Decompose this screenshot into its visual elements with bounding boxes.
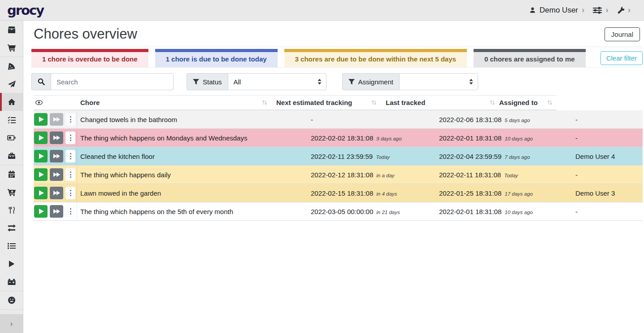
smiley-icon [8,296,16,304]
assigned-to-value: - [575,208,643,215]
table-row[interactable]: The thing which happens on the 5th of ev… [34,202,643,221]
skip-chore-button[interactable] [50,168,63,181]
sidebar-item-batteries-overview[interactable] [0,129,23,147]
grocy-logo[interactable]: grocy [7,3,44,18]
table-row[interactable]: The thing which happens on Mondays and W… [34,129,643,147]
track-chore-button[interactable] [34,187,48,199]
assigned-to-value: Demo User 3 [575,189,643,197]
fast-forward-icon [53,209,60,214]
last-tracked-relative: 5 days ago [505,118,530,123]
row-menu-button[interactable] [65,168,75,181]
status-filter-select[interactable]: All [228,73,326,90]
chore-name[interactable]: Lawn mowed in the garden [77,189,311,197]
row-actions [34,202,77,220]
row-menu-button[interactable] [65,113,75,126]
row-actions [34,166,77,184]
sidebar-item-chore-tracking[interactable] [0,255,23,273]
skip-chore-button[interactable] [50,131,63,144]
chore-name[interactable]: The thing which happens on the 5th of ev… [77,208,311,215]
table-row[interactable]: Cleaned the kitchen floor 2022-02-11 23:… [34,147,643,166]
track-chore-button[interactable] [34,150,48,162]
journal-button[interactable]: Journal [605,27,640,41]
utensils-icon [8,206,15,214]
sidebar-item-equipment[interactable] [0,147,23,165]
assignment-filter-select[interactable] [399,73,478,90]
exchange-arrows-icon [8,224,16,232]
sidebar-item-purchase[interactable] [0,183,23,201]
sidebar-item-meal-plan[interactable] [0,75,23,93]
row-menu-button[interactable] [65,187,75,199]
sidebar-item-chores-overview[interactable] [0,93,23,111]
chore-name[interactable]: The thing which happens on Mondays and W… [77,134,311,142]
table-header-next-tracking[interactable]: Next estimated tracking [271,99,381,106]
last-tracked-cell: 2022-02-01 18:31:08 10 days ago [439,134,575,142]
tasks-icon [8,116,16,123]
column-visibility-button[interactable] [34,100,77,105]
sort-icon [371,100,377,105]
sidebar-item-inventory[interactable] [0,237,23,255]
row-menu-button[interactable] [65,205,75,218]
chevron-right-icon: › [582,5,584,14]
row-actions [34,147,77,165]
next-tracking-value: 2022-02-02 18:31:08 [311,134,373,142]
sidebar-item-transfer[interactable] [0,219,23,237]
search-input[interactable] [51,73,174,90]
track-chore-button[interactable] [34,205,48,218]
last-tracked-relative: 17 days ago [505,191,533,197]
chore-name[interactable]: Cleaned the kitchen floor [77,153,311,160]
cart-plus-icon [8,188,16,196]
next-tracking-value: 2022-03-05 00:00:00 [311,208,373,215]
table-header-chore[interactable]: Chore [77,99,271,106]
table-row[interactable]: The thing which happens daily 2022-02-12… [34,166,643,184]
filter-icon [348,79,355,85]
row-actions [34,110,77,128]
last-tracked-value: 2022-02-04 23:59:59 [439,153,501,160]
status-banner-strip: 1 chore is overdue to be done1 chore is … [31,47,643,68]
table-row[interactable]: Changed towels in the bathroom - 2022-02… [34,110,643,129]
row-menu-button[interactable] [65,131,75,144]
status-banner-overdue[interactable]: 1 chore is overdue to be done [31,49,148,67]
sidebar-item-battery-tracking[interactable] [0,273,23,291]
sidebar-item-misc[interactable] [0,291,23,309]
next-tracking-cell: 2022-02-15 18:31:08 in 4 days [311,189,439,197]
sidebar-item-stock-overview[interactable] [0,21,23,39]
user-menu[interactable]: Demo User › [528,4,585,17]
sidebar-item-recipes[interactable] [0,57,23,75]
sidebar-item-shopping-list[interactable] [0,39,23,57]
next-tracking-relative: Today [376,154,390,160]
chore-name[interactable]: The thing which happens daily [77,171,311,179]
track-chore-button[interactable] [34,113,48,126]
filter-icon [193,79,199,85]
list-icon [8,243,16,249]
skip-chore-button[interactable] [50,150,63,162]
row-menu-button[interactable] [65,150,75,162]
master-data-menu[interactable]: › [592,4,609,16]
play-icon [39,209,44,214]
skip-chore-button[interactable] [50,205,63,218]
last-tracked-cell: 2022-01-25 18:31:08 17 days ago [439,189,575,197]
track-chore-button[interactable] [34,168,48,181]
status-banner-assigned[interactable]: 0 chores are assigned to me [474,49,586,67]
settings-menu[interactable]: › [616,4,631,16]
battery-icon [7,135,16,140]
assignment-filter-addon: Assignment [342,73,399,90]
next-tracking-value: 2022-02-11 23:59:59 [311,153,373,160]
track-chore-button[interactable] [34,131,48,144]
sidebar-item-calendar[interactable] [0,165,23,183]
sort-icon [262,100,267,105]
clear-filter-button[interactable]: Clear filter [600,51,643,65]
next-tracking-cell: - [311,116,439,123]
status-banner-today[interactable]: 1 chore is due to be done today [155,49,278,67]
sidebar-item-consume[interactable] [0,201,23,219]
chore-name[interactable]: Changed towels in the bathroom [77,116,311,123]
table-header-assigned-to[interactable]: Assigned to [499,99,557,106]
status-banner-soon[interactable]: 3 chores are due to be done within the n… [284,49,467,67]
sort-icon [490,100,495,105]
table-row[interactable]: Lawn mowed in the garden 2022-02-15 18:3… [34,184,643,202]
skip-chore-button[interactable] [50,187,63,199]
skip-chore-button[interactable] [50,113,63,126]
sidebar-item-tasks[interactable] [0,111,23,129]
table-header-last-tracked[interactable]: Last tracked [381,99,499,106]
sidebar-expand-toggle[interactable]: › [0,314,23,333]
next-tracking-cell: 2022-02-12 18:31:08 in a day [311,171,439,179]
